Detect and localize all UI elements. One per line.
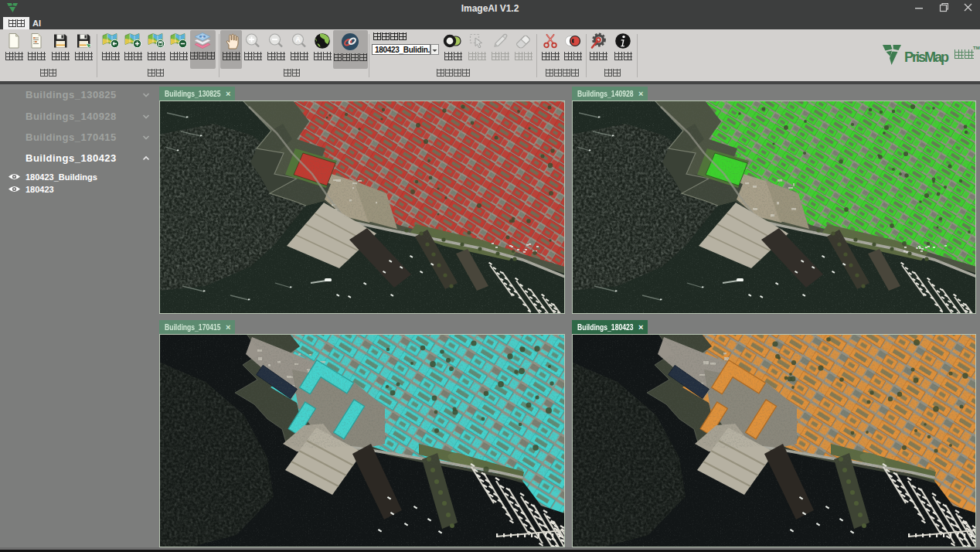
svg-text:A: A xyxy=(295,36,301,43)
svg-text:AI: AI xyxy=(202,36,204,39)
svg-text:PrisMap: PrisMap xyxy=(904,49,949,65)
